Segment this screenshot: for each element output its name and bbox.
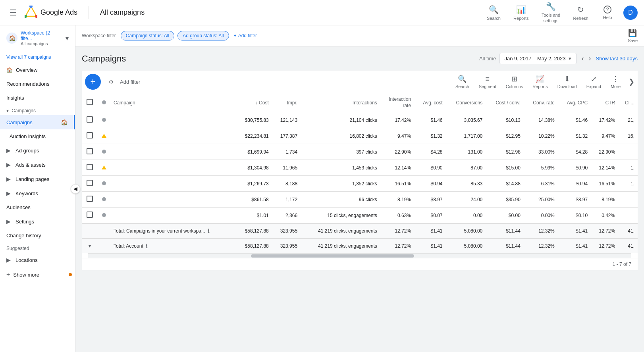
row-checkbox[interactable] — [87, 116, 93, 123]
row-impr: 11,965 — [272, 160, 301, 176]
add-filter-text-btn[interactable]: Add filter — [118, 76, 142, 88]
select-all-checkbox[interactable] — [87, 99, 93, 105]
scroll-thumb[interactable] — [251, 254, 414, 258]
sidebar-item-show-more[interactable]: + Show more — [0, 267, 75, 282]
col-header-campaign[interactable]: Campaign — [110, 93, 235, 112]
row-avg-cost: $0.07 — [414, 208, 445, 224]
col-header-impr[interactable]: Impr. — [272, 93, 301, 112]
user-avatar[interactable]: D — [623, 6, 638, 20]
row-campaign-name[interactable] — [110, 192, 235, 208]
hamburger-icon[interactable]: ☰ — [6, 5, 20, 21]
sidebar-item-change-history[interactable]: Change history — [0, 229, 75, 242]
row-checkbox-cell[interactable] — [82, 160, 98, 176]
sidebar-item-settings[interactable]: ▶ Settings — [0, 214, 75, 229]
row-avg-cost: $0.90 — [414, 160, 445, 176]
toolbar-expand-icon: ⤢ — [591, 75, 597, 83]
add-filter-bar-btn[interactable]: + Add filter — [234, 33, 257, 38]
row-checkbox-cell[interactable] — [82, 144, 98, 160]
row-checkbox[interactable] — [87, 212, 93, 218]
row-checkbox-cell[interactable] — [82, 112, 98, 128]
sidebar-collapse-btn[interactable]: ◀ — [71, 184, 80, 194]
col-header-interaction-rate[interactable]: Interaction rate — [380, 93, 414, 112]
col-header-avg-cpc[interactable]: Avg. CPC — [558, 93, 591, 112]
row-avg-cost: $8.97 — [414, 192, 445, 208]
row-conversions: 0.00 — [445, 208, 486, 224]
col-header-cli[interactable]: Cli... — [618, 93, 638, 112]
col-header-ctr[interactable]: CTR — [591, 93, 618, 112]
sidebar-item-insights[interactable]: Insights — [0, 91, 75, 105]
sidebar-item-landing-pages[interactable]: ▶ Landing pages — [0, 172, 75, 186]
toolbar-more-btn[interactable]: ⋮ More — [606, 72, 625, 91]
toolbar-search-btn[interactable]: 🔍 Search — [451, 72, 474, 91]
col-header-avg-cost[interactable]: Avg. cost — [414, 93, 445, 112]
sidebar-item-overview[interactable]: 🏠 Overview — [0, 63, 75, 77]
horizontal-scrollbar[interactable] — [88, 253, 631, 258]
toolbar-reports-btn[interactable]: 📈 Reports — [528, 72, 553, 91]
ad-group-status-chip[interactable]: Ad group status: All — [177, 31, 229, 40]
toolbar-download-btn[interactable]: ⬇ Download — [553, 72, 582, 91]
row-conv-rate: 33.00% — [524, 144, 558, 160]
add-campaign-btn[interactable]: + — [85, 74, 101, 90]
sidebar-item-campaigns[interactable]: Campaigns 🏠 — [0, 115, 75, 129]
row-checkbox-cell[interactable] — [82, 128, 98, 144]
refresh-nav-btn[interactable]: ↻ Refresh — [567, 2, 595, 24]
sidebar-item-keywords[interactable]: ▶ Keywords — [0, 186, 75, 200]
show-last-30-btn[interactable]: Show last 30 days — [596, 56, 638, 62]
sidebar-item-label-change-history: Change history — [6, 233, 41, 239]
col-header-conv-rate[interactable]: Conv. rate — [524, 93, 558, 112]
total-account-help-icon[interactable]: ℹ — [146, 243, 148, 249]
row-campaign-name[interactable] — [110, 160, 235, 176]
date-prev-btn[interactable]: ‹ — [580, 53, 585, 64]
col-header-checkbox[interactable] — [82, 93, 98, 112]
row-campaign-name[interactable] — [110, 144, 235, 160]
sidebar-item-locations[interactable]: ▶ Locations — [0, 253, 75, 267]
toolbar-collapse-btn[interactable]: ❯ — [625, 74, 638, 89]
total-account-collapse-cell[interactable]: ▾ — [82, 239, 98, 253]
row-checkbox-cell[interactable] — [82, 176, 98, 192]
row-checkbox[interactable] — [87, 196, 93, 202]
sidebar-workspace[interactable]: 🏠 Workspace (2 filte... All campaigns ▾ — [0, 25, 75, 51]
help-nav-btn[interactable]: ? Help — [595, 2, 620, 23]
total-account-ctr: 12.72% — [591, 239, 618, 253]
sidebar-item-ad-groups[interactable]: ▶ Ad groups — [0, 143, 75, 158]
total-account-collapse-icon[interactable]: ▾ — [89, 243, 91, 249]
total-account-impr: 323,955 — [272, 239, 301, 253]
campaign-status-chip[interactable]: Campaign status: All — [121, 31, 174, 40]
col-header-cost[interactable]: ↓ Cost — [235, 93, 272, 112]
row-checkbox-cell[interactable] — [82, 192, 98, 208]
tools-nav-btn[interactable]: 🔧 Tools and settings — [535, 0, 567, 27]
total-workspace-help-icon[interactable]: ℹ — [208, 228, 210, 234]
reports-nav-btn[interactable]: 📊 Reports — [507, 2, 535, 24]
col-header-conversions[interactable]: Conversions — [445, 93, 486, 112]
toolbar-columns-btn[interactable]: ⊞ Columns — [501, 72, 528, 91]
main-content: Workspace filter Campaign status: All Ad… — [75, 25, 644, 352]
row-checkbox[interactable] — [87, 180, 93, 186]
row-checkbox[interactable] — [87, 148, 93, 154]
row-campaign-name[interactable] — [110, 176, 235, 192]
sidebar-item-recommendations[interactable]: Recommendations — [0, 77, 75, 91]
date-next-btn[interactable]: › — [587, 53, 592, 64]
col-header-cost-conv[interactable]: Cost / conv. — [486, 93, 524, 112]
total-workspace-impr: 323,955 — [272, 223, 301, 239]
row-campaign-name[interactable] — [110, 208, 235, 224]
row-interactions: 397 clicks — [301, 144, 380, 160]
save-btn[interactable]: 💾 Save — [628, 29, 638, 43]
row-impr: 121,143 — [272, 112, 301, 128]
row-checkbox[interactable] — [87, 132, 93, 138]
row-cli — [618, 144, 638, 160]
date-picker[interactable]: Jan 9, 2017 – May 2, 2023 ▾ — [499, 53, 577, 64]
row-campaign-name[interactable] — [110, 128, 235, 144]
col-header-interactions[interactable]: Interactions — [301, 93, 380, 112]
sidebar-item-auction-insights[interactable]: Auction insights — [0, 129, 75, 143]
sidebar-item-ads-assets[interactable]: ▶ Ads & assets — [0, 158, 75, 172]
filter-icon-btn[interactable]: ⚙ — [104, 76, 118, 88]
row-campaign-name[interactable] — [110, 112, 235, 128]
search-nav-btn[interactable]: 🔍 Search — [480, 2, 507, 24]
row-checkbox-cell[interactable] — [82, 208, 98, 224]
row-checkbox[interactable] — [87, 164, 93, 170]
toolbar-segment-btn[interactable]: ≡ Segment — [474, 73, 501, 91]
toolbar-expand-btn[interactable]: ⤢ Expand — [582, 72, 606, 91]
view-all-campaigns[interactable]: View all 7 campaigns — [0, 51, 75, 63]
date-range: All time Jan 9, 2017 – May 2, 2023 ▾ ‹ ›… — [479, 53, 638, 64]
sidebar-item-audiences[interactable]: Audiences — [0, 200, 75, 214]
